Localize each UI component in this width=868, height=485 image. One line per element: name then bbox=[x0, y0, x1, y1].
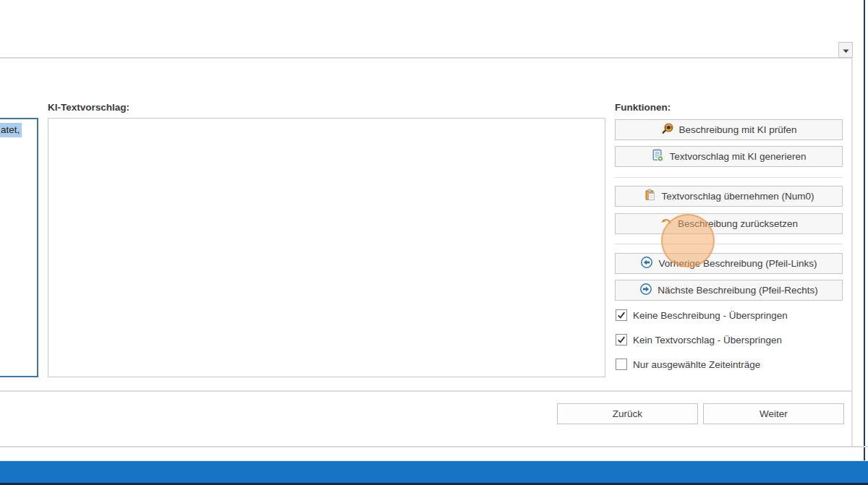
button-label: Beschreibung mit KI prüfen bbox=[679, 124, 797, 135]
window-right-border bbox=[864, 0, 865, 461]
functions-title: Funktionen: bbox=[615, 102, 671, 113]
ki-textvorschlag-textarea[interactable] bbox=[48, 118, 605, 377]
checkbox-label: Nur ausgewählte Zeiteinträge bbox=[633, 359, 760, 370]
checkbox-label: Kein Textvorschlag - Überspringen bbox=[633, 335, 782, 345]
separator bbox=[615, 177, 843, 178]
check-description-button[interactable]: Beschreibung mit KI prüfen bbox=[615, 119, 843, 140]
checkbox-label: Keine Beschreibung - Überspringen bbox=[633, 310, 788, 321]
caret-down-icon bbox=[843, 43, 849, 56]
separator bbox=[615, 244, 843, 244]
checkbox-row-no-suggestion[interactable]: Kein Textvorschlag - Überspringen bbox=[616, 334, 782, 345]
apply-suggestion-button[interactable]: Textvorschlag übernehmen (Num0) bbox=[615, 186, 843, 207]
description-editor[interactable]: atet, bbox=[0, 118, 38, 377]
checkbox[interactable] bbox=[616, 309, 627, 321]
top-bar bbox=[0, 0, 852, 59]
selected-text: atet, bbox=[0, 123, 22, 137]
previous-description-button[interactable]: Vorherige Beschreibung (Pfeil-Links) bbox=[615, 253, 843, 274]
checkbox-row-no-description[interactable]: Keine Beschreibung - Überspringen bbox=[616, 309, 788, 321]
textarea-label: KI-Textvorschlag: bbox=[48, 102, 129, 113]
checkbox[interactable] bbox=[616, 359, 627, 370]
button-label: Nächste Beschreibung (Pfeil-Rechts) bbox=[658, 285, 817, 296]
checkbox[interactable] bbox=[616, 334, 627, 345]
content-panel-right-border bbox=[851, 59, 853, 447]
next-button[interactable]: Weiter bbox=[703, 403, 844, 424]
clipboard-paste-icon bbox=[644, 189, 657, 204]
window-bottom-edge bbox=[0, 446, 868, 447]
arrow-left-circle-icon bbox=[640, 256, 653, 271]
arrow-right-circle-icon bbox=[639, 283, 652, 298]
generate-suggestion-button[interactable]: Textvorschlag mit KI generieren bbox=[615, 146, 843, 167]
button-label: Vorherige Beschreibung (Pfeil-Links) bbox=[658, 258, 817, 269]
next-description-button[interactable]: Nächste Beschreibung (Pfeil-Rechts) bbox=[615, 280, 843, 301]
undo-arrow-icon bbox=[660, 216, 673, 231]
button-label: Textvorschlag übernehmen (Num0) bbox=[662, 191, 814, 202]
preview-eye-icon bbox=[661, 122, 674, 137]
back-button[interactable]: Zurück bbox=[557, 403, 698, 424]
button-label: Beschreibung zurücksetzen bbox=[678, 218, 798, 229]
check-icon bbox=[617, 335, 626, 344]
document-add-icon bbox=[651, 149, 664, 164]
checkbox-row-selected-entries[interactable]: Nur ausgewählte Zeiteinträge bbox=[616, 359, 760, 370]
reset-description-button[interactable]: Beschreibung zurücksetzen bbox=[615, 213, 843, 234]
taskbar-strip bbox=[0, 460, 868, 483]
combobox-dropdown-button[interactable] bbox=[838, 42, 853, 58]
button-label: Textvorschlag mit KI generieren bbox=[669, 151, 806, 162]
check-icon bbox=[617, 311, 626, 319]
footer-separator bbox=[0, 390, 852, 392]
